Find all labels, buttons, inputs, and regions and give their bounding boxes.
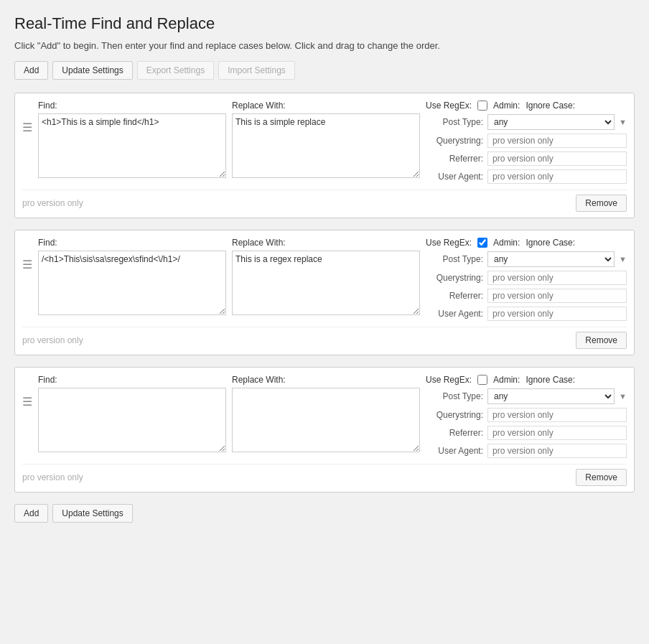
user-agent-input-1[interactable] [487,169,627,184]
find-textarea-2[interactable]: /<h1>This\sis\sa\sregex\sfind<\/h1>/ [38,251,226,315]
querystring-row-2: Querystring: [426,271,627,285]
replace-col-1: Replace With: This is a simple replace [232,101,420,184]
rule-card-1: ☰ Find: <h1>This is a simple find</h1> R… [14,93,635,218]
post-type-select-2[interactable]: any post page [487,251,615,267]
find-col-1: Find: <h1>This is a simple find</h1> [38,101,226,184]
user-agent-input-3[interactable] [487,444,627,458]
footer-pro-text-2: pro version only [22,335,83,345]
export-settings-button[interactable]: Export Settings [137,61,214,80]
querystring-input-2[interactable] [487,271,627,285]
remove-button-3[interactable]: Remove [576,469,627,486]
use-regex-checkbox-2[interactable] [477,238,487,248]
find-label-1: Find: [38,101,226,111]
post-type-row-2: Post Type: any post page ▼ [426,251,627,267]
ignore-case-label-2: Ignore Case: [526,238,575,248]
top-options-row-2: Use RegEx: Admin: Ignore Case: [426,238,627,248]
drag-handle-3[interactable]: ☰ [22,395,32,409]
rule-main-2: ☰ Find: /<h1>This\sis\sa\sregex\sfind<\/… [22,238,627,321]
find-col-3: Find: [38,375,226,458]
user-agent-row-3: User Agent: [426,444,627,458]
top-options-row-3: Use RegEx: Admin: Ignore Case: [426,375,627,385]
page-title: Real-Time Find and Replace [14,14,635,33]
querystring-input-1[interactable] [487,134,627,148]
import-settings-button[interactable]: Import Settings [218,61,295,80]
remove-button-2[interactable]: Remove [576,332,627,349]
post-type-label-3: Post Type: [426,391,483,401]
querystring-label-2: Querystring: [426,273,483,283]
replace-label-3: Replace With: [232,375,420,385]
post-type-row-3: Post Type: any post page ▼ [426,388,627,404]
querystring-row-3: Querystring: [426,408,627,422]
add-button-top[interactable]: Add [14,61,48,80]
options-col-3: Use RegEx: Admin: Ignore Case: Post Type… [426,375,627,458]
referrer-row-3: Referrer: [426,426,627,440]
rule-footer-2: pro version only Remove [22,327,627,349]
referrer-input-2[interactable] [487,289,627,303]
replace-col-2: Replace With: This is a regex replace [232,238,420,321]
replace-textarea-1[interactable]: This is a simple replace [232,113,420,178]
ignore-case-label-3: Ignore Case: [526,375,575,385]
referrer-input-3[interactable] [487,426,627,440]
querystring-input-3[interactable] [487,408,627,422]
querystring-label-3: Querystring: [426,410,483,420]
replace-textarea-2[interactable]: This is a regex replace [232,251,420,315]
user-agent-label-1: User Agent: [426,172,483,182]
replace-label-2: Replace With: [232,238,420,248]
user-agent-input-2[interactable] [487,307,627,321]
admin-label-2: Admin: [493,238,520,248]
rule-card-2: ☰ Find: /<h1>This\sis\sa\sregex\sfind<\/… [14,230,635,355]
referrer-row-1: Referrer: [426,151,627,166]
rule-footer-1: pro version only Remove [22,190,627,212]
add-button-bottom[interactable]: Add [14,504,48,523]
post-type-label-2: Post Type: [426,254,483,264]
post-type-row-1: Post Type: any post page ▼ [426,114,627,130]
rules-container: ☰ Find: <h1>This is a simple find</h1> R… [14,93,635,493]
find-label-2: Find: [38,238,226,248]
footer-pro-text-3: pro version only [22,472,83,482]
rule-card-3: ☰ Find: Replace With: Use RegEx: Admin: … [14,367,635,493]
querystring-label-1: Querystring: [426,136,483,146]
user-agent-label-3: User Agent: [426,446,483,456]
user-agent-row-2: User Agent: [426,307,627,321]
use-regex-label-2: Use RegEx: [426,238,472,248]
use-regex-checkbox-3[interactable] [477,375,487,385]
footer-pro-text-1: pro version only [22,198,83,208]
remove-button-1[interactable]: Remove [576,195,627,212]
drag-handle-2[interactable]: ☰ [22,258,32,271]
drag-handle-1[interactable]: ☰ [22,121,32,134]
replace-col-3: Replace With: [232,375,420,458]
referrer-label-2: Referrer: [426,291,483,301]
user-agent-label-2: User Agent: [426,309,483,319]
post-type-label-1: Post Type: [426,117,483,127]
page-subtitle: Click "Add" to begin. Then enter your fi… [14,40,635,51]
referrer-label-1: Referrer: [426,154,483,164]
fields-area-3: Find: Replace With: Use RegEx: Admin: Ig… [38,375,627,458]
referrer-input-1[interactable] [487,151,627,166]
referrer-label-3: Referrer: [426,428,483,438]
fields-area-1: Find: <h1>This is a simple find</h1> Rep… [38,101,627,184]
rule-main-3: ☰ Find: Replace With: Use RegEx: Admin: … [22,375,627,458]
replace-textarea-3[interactable] [232,388,420,452]
admin-label-1: Admin: [493,101,520,111]
bottom-toolbar: Add Update Settings [14,504,635,523]
find-textarea-3[interactable] [38,388,226,452]
rule-main-1: ☰ Find: <h1>This is a simple find</h1> R… [22,101,627,184]
update-settings-button-bottom[interactable]: Update Settings [52,504,132,523]
querystring-row-1: Querystring: [426,134,627,148]
user-agent-row-1: User Agent: [426,169,627,184]
admin-label-3: Admin: [493,375,520,385]
find-textarea-1[interactable]: <h1>This is a simple find</h1> [38,113,226,178]
top-options-row-1: Use RegEx: Admin: Ignore Case: [426,101,627,111]
find-col-2: Find: /<h1>This\sis\sa\sregex\sfind<\/h1… [38,238,226,321]
fields-area-2: Find: /<h1>This\sis\sa\sregex\sfind<\/h1… [38,238,627,321]
top-toolbar: Add Update Settings Export Settings Impo… [14,61,635,80]
use-regex-label-1: Use RegEx: [426,101,472,111]
post-type-select-1[interactable]: any post page [487,114,615,130]
options-col-1: Use RegEx: Admin: Ignore Case: Post Type… [426,101,627,184]
use-regex-label-3: Use RegEx: [426,375,472,385]
use-regex-checkbox-1[interactable] [477,101,487,111]
post-type-select-3[interactable]: any post page [487,388,615,404]
replace-label-1: Replace With: [232,101,420,111]
referrer-row-2: Referrer: [426,289,627,303]
update-settings-button-top[interactable]: Update Settings [52,61,132,80]
